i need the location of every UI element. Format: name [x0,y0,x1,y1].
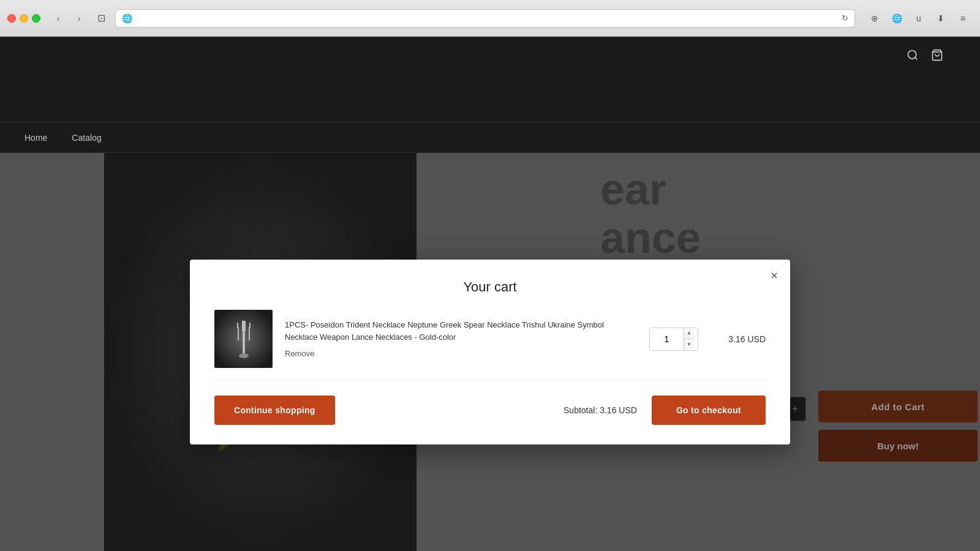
svg-line-1 [915,58,918,60]
svg-marker-6 [237,323,238,328]
modal-title: Your cart [214,279,766,295]
cart-icon-button[interactable] [931,49,943,64]
browser-chrome: ‹ › ⊡ 🌐 ↻ ⊕ 🌐 u ⬇ ≡ [0,0,980,37]
globe-icon: 🌐 [122,13,132,23]
more-button[interactable]: ≡ [953,10,973,27]
page-content: ⚡ ear ance METAL COLOR Gold-color Silver… [0,153,980,551]
qty-spinners: ▲ ▼ [684,328,694,350]
cart-item-name: 1PCS- Poseidon Trident Necklace Neptune … [285,319,637,343]
header-icons [907,49,943,64]
url-bar[interactable]: 🌐 ↻ [115,9,855,28]
store-nav: Home Catalog [0,122,980,153]
traffic-lights [7,14,40,23]
modal-overlay[interactable]: Your cart × [0,153,980,551]
qty-spin-down[interactable]: ▼ [684,339,694,350]
close-traffic-light[interactable] [7,14,16,23]
go-to-checkout-button[interactable]: Go to checkout [652,395,766,425]
subtotal-amount: 3.16 USD [600,405,637,415]
store-header [0,37,980,122]
svg-marker-7 [249,323,251,328]
cart-item-details: 1PCS- Poseidon Trident Necklace Neptune … [285,319,637,359]
svg-rect-4 [238,327,239,340]
cart-footer: Continue shopping Subtotal: 3.16 USD Go … [214,395,766,425]
cart-item-price: 3.16 USD [710,334,766,344]
sidebar-button[interactable]: ⊡ [92,12,110,25]
back-button[interactable]: ‹ [50,12,66,25]
search-icon-button[interactable] [907,49,919,64]
subtotal-label: Subtotal: [564,405,597,415]
svg-rect-5 [249,327,250,340]
cart-item: 1PCS- Poseidon Trident Necklace Neptune … [214,310,766,381]
fullscreen-traffic-light[interactable] [32,14,40,23]
download-button[interactable]: ⬇ [931,10,951,27]
nav-catalog[interactable]: Catalog [72,133,101,143]
cart-subtotal-area: Subtotal: 3.16 USD Go to checkout [564,395,766,425]
cart-item-thumbnail [214,310,273,368]
browser-actions: ⊕ 🌐 u ⬇ ≡ [865,10,973,27]
continue-shopping-button[interactable]: Continue shopping [214,395,335,425]
share-button[interactable]: ⊕ [865,10,884,27]
subtotal-text: Subtotal: 3.16 USD [564,405,637,415]
reload-button[interactable]: ↻ [842,13,848,23]
qty-spin-up[interactable]: ▲ [684,328,694,340]
cart-item-quantity: 1 ▲ ▼ [649,328,698,351]
store-page: Home Catalog ⚡ ear ance METAL COLOR [0,37,980,551]
cart-modal: Your cart × [190,260,790,444]
translate-button[interactable]: 🌐 [887,10,907,27]
extension-button[interactable]: u [909,10,929,27]
nav-home[interactable]: Home [24,133,47,143]
minimize-traffic-light[interactable] [20,14,28,23]
svg-point-0 [908,51,916,59]
cart-qty-input-group: 1 ▲ ▼ [649,328,698,351]
remove-item-link[interactable]: Remove [285,349,314,358]
cart-item-image [214,310,273,368]
forward-button[interactable]: › [71,12,87,25]
svg-marker-8 [242,321,246,331]
svg-point-9 [239,353,249,358]
cart-qty-input[interactable]: 1 [650,328,684,350]
modal-close-button[interactable]: × [771,269,778,282]
